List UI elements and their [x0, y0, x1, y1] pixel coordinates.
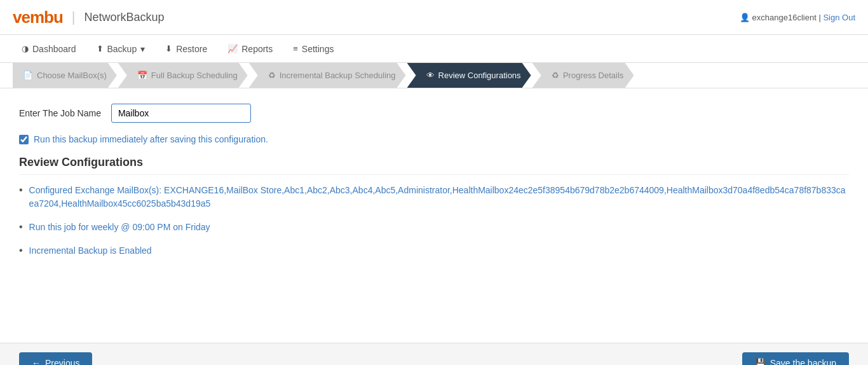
reports-icon: 📈	[227, 44, 238, 53]
signout-link[interactable]: Sign Out	[823, 13, 855, 22]
run-immediately-checkbox[interactable]	[19, 135, 29, 144]
review-incremental-text: Incremental Backup is Enabled	[29, 244, 152, 258]
incremental-backup-icon: ♻	[268, 71, 276, 80]
job-name-label: Enter The Job Name	[19, 108, 101, 118]
nav-reports-label: Reports	[241, 44, 273, 54]
job-name-input[interactable]	[111, 104, 251, 123]
step-choose-mailbox-label: Choose MailBox(s)	[37, 71, 107, 80]
nav-backup-label: Backup	[107, 44, 137, 54]
logo-divider: |	[72, 9, 76, 25]
step-progress-details[interactable]: ♻ Progress Details	[532, 63, 634, 88]
previous-label: Previous	[45, 358, 79, 365]
step-progress-details-label: Progress Details	[563, 71, 623, 80]
backup-dropdown-icon: ▾	[140, 44, 145, 54]
main-content: Enter The Job Name Run this backup immed…	[0, 88, 868, 343]
step-full-backup-label: Full Backup Scheduling	[151, 71, 238, 80]
username: exchange16client	[752, 13, 817, 22]
step-review-configurations-label: Review Configurations	[438, 71, 521, 80]
review-section-title: Review Configurations	[19, 156, 849, 175]
run-immediately-row: Run this backup immediately after saving…	[19, 134, 849, 144]
step-choose-mailbox[interactable]: 📄 Choose MailBox(s)	[13, 63, 117, 88]
app-header: vembu | NetworkBackup 👤 exchange16client…	[0, 0, 868, 35]
nav-restore-label: Restore	[176, 44, 207, 54]
review-item-incremental: • Incremental Backup is Enabled	[19, 244, 849, 258]
nav-settings-label: Settings	[302, 44, 334, 54]
nav-restore[interactable]: ⬇ Restore	[156, 39, 216, 59]
review-schedule-text: Run this job for weekly @ 09:00 PM on Fr…	[29, 221, 210, 234]
wizard-steps: 📄 Choose MailBox(s) 📅 Full Backup Schedu…	[0, 63, 868, 88]
save-backup-button[interactable]: 💾 Save the backup	[742, 352, 849, 365]
progress-details-icon: ♻	[552, 71, 559, 80]
save-icon: 💾	[755, 358, 766, 365]
logo: vembu | NetworkBackup	[13, 8, 165, 27]
previous-icon: ←	[32, 358, 41, 365]
settings-icon: ≡	[293, 44, 298, 53]
review-configurations-icon: 👁	[426, 71, 435, 80]
footer: ← Previous 💾 Save the backup	[0, 343, 868, 365]
job-name-group: Enter The Job Name	[19, 104, 849, 123]
bullet-schedule: •	[19, 221, 23, 233]
main-nav: ◑ Dashboard ⬆ Backup ▾ ⬇ Restore 📈 Repor…	[0, 35, 868, 63]
nav-settings[interactable]: ≡ Settings	[284, 39, 342, 59]
nav-dashboard[interactable]: ◑ Dashboard	[13, 39, 85, 59]
bullet-incremental: •	[19, 245, 23, 256]
user-icon: 👤	[740, 13, 750, 22]
logo-product: NetworkBackup	[85, 11, 165, 24]
nav-backup[interactable]: ⬆ Backup ▾	[88, 39, 154, 59]
logo-brand: vembu	[13, 8, 63, 27]
review-list: • Configured Exchange MailBox(s): EXCHAN…	[19, 184, 849, 258]
step-full-backup[interactable]: 📅 Full Backup Scheduling	[118, 63, 248, 88]
run-immediately-label: Run this backup immediately after saving…	[34, 134, 268, 144]
dashboard-icon: ◑	[22, 44, 29, 53]
full-backup-icon: 📅	[137, 71, 147, 80]
previous-button[interactable]: ← Previous	[19, 352, 92, 365]
choose-mailbox-icon: 📄	[23, 71, 33, 80]
review-item-schedule: • Run this job for weekly @ 09:00 PM on …	[19, 221, 849, 234]
review-mailboxes-text: Configured Exchange MailBox(s): EXCHANGE…	[29, 184, 849, 210]
nav-reports[interactable]: 📈 Reports	[219, 39, 281, 59]
step-incremental-backup[interactable]: ♻ Incremental Backup Scheduling	[249, 63, 406, 88]
backup-icon: ⬆	[97, 44, 104, 53]
step-incremental-backup-label: Incremental Backup Scheduling	[280, 71, 396, 80]
bullet-mailboxes: •	[19, 184, 23, 196]
save-label: Save the backup	[770, 358, 836, 365]
user-info: 👤 exchange16client | Sign Out	[740, 13, 855, 22]
nav-dashboard-label: Dashboard	[32, 44, 76, 54]
step-review-configurations[interactable]: 👁 Review Configurations	[407, 63, 531, 88]
review-item-mailboxes: • Configured Exchange MailBox(s): EXCHAN…	[19, 184, 849, 210]
restore-icon: ⬇	[165, 44, 172, 53]
